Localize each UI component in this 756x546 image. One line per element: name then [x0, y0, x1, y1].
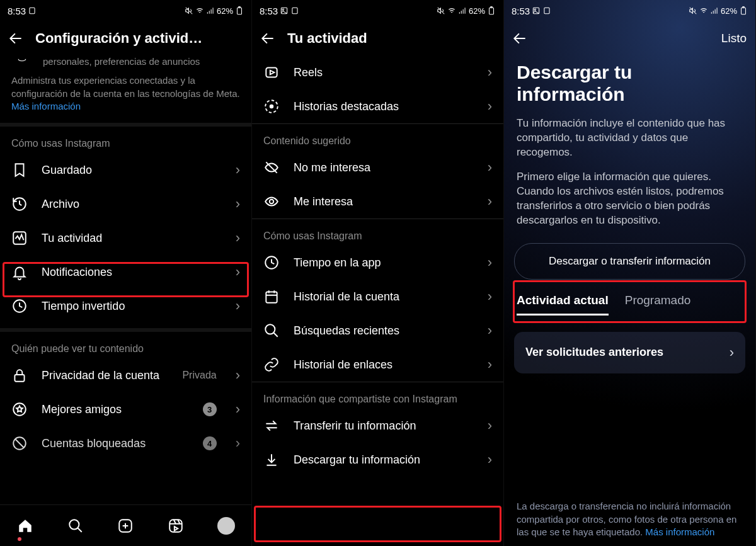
row-reels[interactable]: Reels › — [252, 55, 503, 89]
activity-icon — [11, 230, 28, 246]
status-battery: 62% — [469, 6, 485, 16]
row-activity[interactable]: Tu actividad › — [0, 221, 251, 255]
row-blocked-label: Cuentas bloqueadas — [42, 437, 189, 450]
transfer-icon — [263, 418, 280, 434]
chevron-right-icon: › — [488, 254, 492, 271]
status-notif-icon — [290, 6, 299, 15]
svg-point-19 — [270, 105, 274, 109]
download-para1: Tu información incluye el contenido que … — [504, 113, 755, 166]
back-button[interactable] — [512, 30, 528, 47]
row-history-label: Historial de la cuenta — [294, 290, 474, 304]
reels-icon — [263, 64, 280, 81]
row-privacy-label: Privacidad de la cuenta — [42, 369, 168, 382]
chevron-right-icon: › — [236, 401, 240, 418]
section-use2: Cómo usas Instagram — [252, 219, 503, 246]
nav-reels[interactable] — [151, 505, 201, 546]
row-interested[interactable]: Me interesa › — [252, 185, 503, 219]
row-highlights[interactable]: Historias destacadas › — [252, 89, 503, 123]
wifi-icon — [699, 6, 708, 15]
row-notinterested-label: No me interesa — [294, 161, 474, 174]
status-time: 8:53 — [8, 6, 26, 16]
row-transfer-label: Transferir tu información — [294, 419, 474, 433]
chevron-right-icon: › — [488, 98, 492, 115]
row-notinterested[interactable]: No me interesa › — [252, 151, 503, 185]
section-suggested: Contenido sugerido — [252, 124, 503, 151]
bottom-nav — [0, 504, 251, 546]
nav-home[interactable] — [0, 505, 50, 546]
status-bar: 8:53 62% — [504, 0, 755, 21]
clock-icon — [263, 254, 280, 271]
svg-point-20 — [270, 200, 274, 204]
card-previous-requests[interactable]: Ver solicitudes anteriores › — [514, 332, 745, 373]
row-saved[interactable]: Guardado › — [0, 153, 251, 187]
nav-create[interactable] — [101, 505, 151, 546]
svg-rect-16 — [491, 7, 492, 8]
svg-rect-2 — [239, 7, 240, 8]
status-notif-icon — [542, 6, 551, 15]
star-icon — [11, 401, 28, 418]
chevron-right-icon: › — [488, 452, 492, 468]
status-bar: 8:53 62% — [0, 0, 251, 21]
chevron-right-icon: › — [236, 230, 240, 246]
download-icon — [263, 452, 280, 468]
meta-more-link[interactable]: Más información — [11, 101, 81, 111]
row-transfer[interactable]: Transferir tu información › — [252, 409, 503, 443]
download-transfer-button[interactable]: Descargar o transferir información — [514, 243, 745, 280]
svg-rect-14 — [292, 8, 297, 13]
top-paragraph: personales, preferencias de anuncios — [43, 55, 211, 74]
battery-icon — [487, 6, 496, 15]
mute-icon — [437, 6, 445, 15]
page-title: Tu actividad — [287, 30, 367, 47]
meta-paragraph: Administra tus experiencias conectadas y… — [0, 74, 251, 118]
header: Configuración y activid… — [0, 21, 251, 55]
row-bestfriends[interactable]: Mejores amigos 3 › — [0, 392, 251, 426]
nav-profile[interactable] — [201, 505, 251, 546]
done-button[interactable]: Listo — [721, 31, 747, 45]
status-battery: 62% — [721, 6, 737, 16]
avatar — [217, 517, 235, 535]
row-history[interactable]: Historial de la cuenta › — [252, 280, 503, 314]
back-button[interactable] — [8, 30, 24, 47]
row-download[interactable]: Descargar tu información › — [252, 443, 503, 477]
svg-rect-6 — [14, 375, 24, 382]
panel-download: 8:53 62% Listo Descargar tu información … — [504, 0, 756, 546]
eye-off-icon — [263, 159, 280, 176]
section-share: Información que compartiste con Instagra… — [252, 382, 503, 409]
nav-search[interactable] — [50, 505, 101, 546]
chevron-right-icon: › — [236, 298, 240, 314]
eye-icon — [263, 193, 280, 210]
row-timeapp[interactable]: Tiempo en la app › — [252, 246, 503, 280]
svg-rect-15 — [490, 8, 494, 14]
row-searches[interactable]: Búsquedas recientes › — [252, 314, 503, 348]
row-timespent[interactable]: Tiempo invertido › — [0, 289, 251, 323]
chevron-right-icon: › — [236, 196, 240, 212]
footer-more-link[interactable]: Más información — [645, 526, 714, 537]
header: Listo — [504, 21, 755, 55]
row-download-label: Descargar tu información — [294, 453, 474, 467]
row-privacy[interactable]: Privacidad de la cuenta Privada › — [0, 358, 251, 392]
row-searches-label: Búsquedas recientes — [294, 324, 474, 338]
panel-activity: 8:53 62% Tu actividad Reels › Historias … — [252, 0, 504, 546]
signal-icon — [458, 6, 467, 15]
row-links[interactable]: Historial de enlaces › — [252, 348, 503, 382]
chevron-right-icon: › — [488, 193, 492, 210]
horizon-icon — [14, 55, 30, 64]
row-blocked[interactable]: Cuentas bloqueadas 4 › — [0, 426, 251, 454]
highlight-download — [254, 506, 501, 542]
status-battery: 62% — [217, 6, 233, 16]
signal-icon — [710, 6, 719, 15]
row-timespent-label: Tiempo invertido — [42, 300, 222, 313]
row-notifications[interactable]: Notificaciones › — [0, 255, 251, 289]
row-archive[interactable]: Archivo › — [0, 187, 251, 221]
tab-scheduled[interactable]: Programado — [625, 293, 691, 316]
battery-icon — [235, 6, 244, 15]
back-button[interactable] — [260, 30, 276, 47]
panel-settings: 8:53 62% Configuración y activid… person… — [0, 0, 252, 546]
tabs: Actividad actual Programado — [504, 285, 755, 316]
status-bar: 8:53 62% — [252, 0, 503, 21]
signal-icon — [206, 6, 215, 15]
status-time: 8:53 — [260, 6, 278, 16]
tab-current[interactable]: Actividad actual — [517, 293, 609, 316]
row-saved-label: Guardado — [42, 164, 222, 177]
chevron-right-icon: › — [488, 418, 492, 434]
